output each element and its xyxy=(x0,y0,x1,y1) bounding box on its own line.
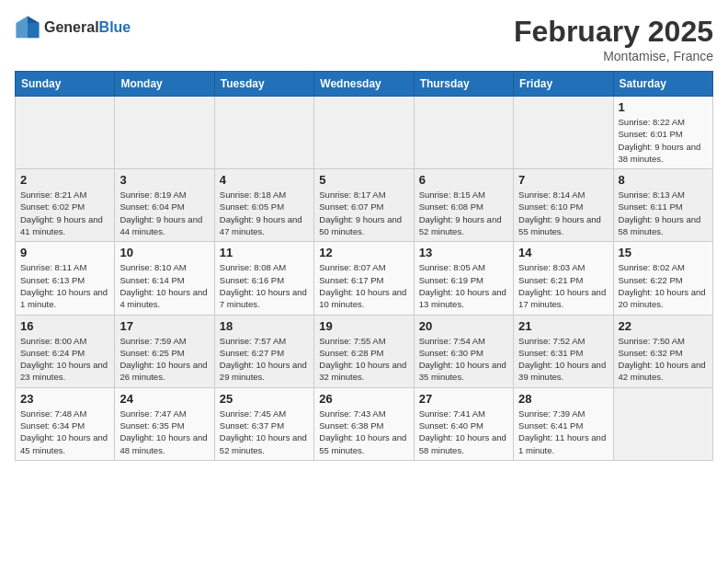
calendar-cell: 4Sunrise: 8:18 AM Sunset: 6:05 PM Daylig… xyxy=(214,169,313,242)
day-info: Sunrise: 8:02 AM Sunset: 6:22 PM Dayligh… xyxy=(619,261,708,310)
calendar-cell: 28Sunrise: 7:39 AM Sunset: 6:41 PM Dayli… xyxy=(514,387,613,460)
day-number: 1 xyxy=(619,100,708,114)
day-number: 18 xyxy=(220,319,309,333)
calendar-cell xyxy=(514,97,613,169)
calendar-cell: 20Sunrise: 7:54 AM Sunset: 6:30 PM Dayli… xyxy=(414,315,513,387)
calendar-cell: 15Sunrise: 8:02 AM Sunset: 6:22 PM Dayli… xyxy=(613,242,712,315)
day-number: 19 xyxy=(319,319,408,333)
calendar-cell: 7Sunrise: 8:14 AM Sunset: 6:10 PM Daylig… xyxy=(514,169,613,242)
calendar-cell: 9Sunrise: 8:11 AM Sunset: 6:13 PM Daylig… xyxy=(16,242,115,315)
day-number: 10 xyxy=(119,246,209,259)
svg-marker-3 xyxy=(28,16,40,23)
calendar-cell: 11Sunrise: 8:08 AM Sunset: 6:16 PM Dayli… xyxy=(214,242,313,315)
day-info: Sunrise: 7:43 AM Sunset: 6:38 PM Dayligh… xyxy=(319,408,408,456)
day-number: 28 xyxy=(518,392,608,406)
day-number: 24 xyxy=(119,392,209,406)
day-info: Sunrise: 8:19 AM Sunset: 6:04 PM Dayligh… xyxy=(119,189,209,237)
logo-icon xyxy=(15,15,40,40)
calendar-cell xyxy=(214,97,313,169)
calendar-cell xyxy=(314,97,414,169)
calendar-week-row: 2Sunrise: 8:21 AM Sunset: 6:02 PM Daylig… xyxy=(16,169,713,242)
weekday-header: Saturday xyxy=(613,72,712,97)
day-info: Sunrise: 8:10 AM Sunset: 6:14 PM Dayligh… xyxy=(119,261,209,310)
calendar-cell xyxy=(613,387,712,460)
weekday-header: Friday xyxy=(514,72,613,97)
calendar-cell xyxy=(115,97,214,169)
calendar-cell: 19Sunrise: 7:55 AM Sunset: 6:28 PM Dayli… xyxy=(314,315,414,387)
calendar-cell: 1Sunrise: 8:22 AM Sunset: 6:01 PM Daylig… xyxy=(613,97,712,169)
calendar-cell: 6Sunrise: 8:15 AM Sunset: 6:08 PM Daylig… xyxy=(414,169,513,242)
weekday-header: Wednesday xyxy=(314,72,414,97)
weekday-header: Monday xyxy=(115,72,214,97)
calendar-week-row: 16Sunrise: 8:00 AM Sunset: 6:24 PM Dayli… xyxy=(16,315,713,387)
day-number: 25 xyxy=(220,392,309,406)
day-info: Sunrise: 8:05 AM Sunset: 6:19 PM Dayligh… xyxy=(419,261,508,310)
calendar-week-row: 23Sunrise: 7:48 AM Sunset: 6:34 PM Dayli… xyxy=(16,387,713,460)
calendar-cell: 16Sunrise: 8:00 AM Sunset: 6:24 PM Dayli… xyxy=(16,315,115,387)
day-info: Sunrise: 8:13 AM Sunset: 6:11 PM Dayligh… xyxy=(619,189,708,237)
calendar-cell: 2Sunrise: 8:21 AM Sunset: 6:02 PM Daylig… xyxy=(16,169,115,242)
day-info: Sunrise: 8:15 AM Sunset: 6:08 PM Dayligh… xyxy=(419,189,508,237)
day-info: Sunrise: 8:18 AM Sunset: 6:05 PM Dayligh… xyxy=(220,189,309,237)
day-number: 16 xyxy=(20,319,109,333)
day-number: 21 xyxy=(518,319,608,333)
day-info: Sunrise: 8:03 AM Sunset: 6:21 PM Dayligh… xyxy=(518,261,608,310)
calendar-table: SundayMondayTuesdayWednesdayThursdayFrid… xyxy=(15,71,713,461)
day-info: Sunrise: 7:59 AM Sunset: 6:25 PM Dayligh… xyxy=(119,335,209,384)
day-number: 11 xyxy=(220,246,309,259)
calendar-cell: 23Sunrise: 7:48 AM Sunset: 6:34 PM Dayli… xyxy=(16,387,115,460)
day-info: Sunrise: 8:11 AM Sunset: 6:13 PM Dayligh… xyxy=(20,261,109,310)
calendar-cell: 17Sunrise: 7:59 AM Sunset: 6:25 PM Dayli… xyxy=(115,315,214,387)
calendar-cell: 3Sunrise: 8:19 AM Sunset: 6:04 PM Daylig… xyxy=(115,169,214,242)
day-number: 27 xyxy=(419,392,508,406)
calendar-cell: 25Sunrise: 7:45 AM Sunset: 6:37 PM Dayli… xyxy=(214,387,313,460)
day-info: Sunrise: 7:48 AM Sunset: 6:34 PM Dayligh… xyxy=(20,408,109,456)
calendar-cell: 5Sunrise: 8:17 AM Sunset: 6:07 PM Daylig… xyxy=(314,169,414,242)
day-info: Sunrise: 7:57 AM Sunset: 6:27 PM Dayligh… xyxy=(220,335,309,384)
calendar-cell: 22Sunrise: 7:50 AM Sunset: 6:32 PM Dayli… xyxy=(613,315,712,387)
day-info: Sunrise: 8:00 AM Sunset: 6:24 PM Dayligh… xyxy=(20,335,109,384)
day-info: Sunrise: 7:55 AM Sunset: 6:28 PM Dayligh… xyxy=(319,335,408,384)
calendar-week-row: 9Sunrise: 8:11 AM Sunset: 6:13 PM Daylig… xyxy=(16,242,713,315)
day-info: Sunrise: 7:52 AM Sunset: 6:31 PM Dayligh… xyxy=(518,335,608,384)
calendar-week-row: 1Sunrise: 8:22 AM Sunset: 6:01 PM Daylig… xyxy=(16,97,713,169)
calendar-cell: 10Sunrise: 8:10 AM Sunset: 6:14 PM Dayli… xyxy=(115,242,214,315)
calendar-cell: 8Sunrise: 8:13 AM Sunset: 6:11 PM Daylig… xyxy=(613,169,712,242)
calendar-cell: 14Sunrise: 8:03 AM Sunset: 6:21 PM Dayli… xyxy=(514,242,613,315)
calendar-cell xyxy=(414,97,513,169)
day-info: Sunrise: 8:17 AM Sunset: 6:07 PM Dayligh… xyxy=(319,189,408,237)
day-number: 12 xyxy=(319,246,408,259)
day-info: Sunrise: 8:08 AM Sunset: 6:16 PM Dayligh… xyxy=(220,261,309,310)
day-info: Sunrise: 7:41 AM Sunset: 6:40 PM Dayligh… xyxy=(419,408,508,456)
day-number: 4 xyxy=(220,173,309,187)
day-number: 20 xyxy=(419,319,508,333)
day-info: Sunrise: 7:50 AM Sunset: 6:32 PM Dayligh… xyxy=(619,335,708,384)
title-block: February 2025 Montamise, France xyxy=(514,15,713,63)
calendar-cell: 27Sunrise: 7:41 AM Sunset: 6:40 PM Dayli… xyxy=(414,387,513,460)
month-title: February 2025 xyxy=(514,15,713,49)
svg-marker-2 xyxy=(16,16,28,38)
day-number: 2 xyxy=(20,173,109,187)
calendar-cell xyxy=(16,97,115,169)
location: Montamise, France xyxy=(514,49,713,63)
day-number: 23 xyxy=(20,392,109,406)
logo: General Blue xyxy=(15,15,131,40)
day-info: Sunrise: 7:54 AM Sunset: 6:30 PM Dayligh… xyxy=(419,335,508,384)
calendar-header-row: SundayMondayTuesdayWednesdayThursdayFrid… xyxy=(16,72,713,97)
day-info: Sunrise: 8:14 AM Sunset: 6:10 PM Dayligh… xyxy=(518,189,608,237)
weekday-header: Sunday xyxy=(16,72,115,97)
day-number: 8 xyxy=(619,173,708,187)
day-number: 26 xyxy=(319,392,408,406)
day-info: Sunrise: 7:45 AM Sunset: 6:37 PM Dayligh… xyxy=(220,408,309,456)
day-number: 9 xyxy=(20,246,109,259)
calendar-cell: 18Sunrise: 7:57 AM Sunset: 6:27 PM Dayli… xyxy=(214,315,313,387)
day-number: 5 xyxy=(319,173,408,187)
page-header: General Blue February 2025 Montamise, Fr… xyxy=(15,15,713,63)
day-number: 6 xyxy=(419,173,508,187)
day-info: Sunrise: 7:47 AM Sunset: 6:35 PM Dayligh… xyxy=(119,408,209,456)
day-number: 17 xyxy=(119,319,209,333)
calendar-cell: 26Sunrise: 7:43 AM Sunset: 6:38 PM Dayli… xyxy=(314,387,414,460)
calendar-cell: 13Sunrise: 8:05 AM Sunset: 6:19 PM Dayli… xyxy=(414,242,513,315)
day-info: Sunrise: 7:39 AM Sunset: 6:41 PM Dayligh… xyxy=(518,408,608,456)
day-number: 7 xyxy=(518,173,608,187)
